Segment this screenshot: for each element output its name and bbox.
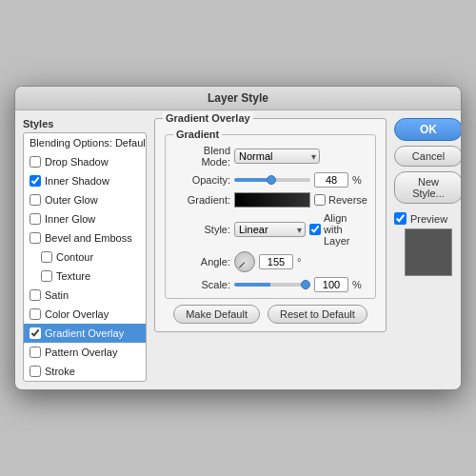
scale-slider[interactable]: [234, 283, 310, 287]
scale-label: Scale:: [173, 279, 230, 290]
angle-row: Angle: °: [173, 251, 367, 272]
sidebar-item-gradient-overlay[interactable]: Gradient Overlay: [24, 324, 146, 343]
gradient-overlay-label: Gradient Overlay: [45, 327, 124, 339]
sidebar-item-outer-glow[interactable]: Outer Glow: [24, 190, 146, 209]
outer-glow-checkbox[interactable]: [30, 194, 41, 206]
reverse-checkbox[interactable]: [314, 194, 326, 206]
sidebar-item-texture[interactable]: Texture: [24, 267, 146, 286]
opacity-input[interactable]: [314, 172, 348, 188]
sidebar-item-inner-glow[interactable]: Inner Glow: [24, 209, 146, 228]
style-label: Style:: [173, 224, 230, 235]
make-default-button[interactable]: Make Default: [173, 305, 260, 324]
gradient-overlay-section: Gradient Overlay Gradient Blend Mode: No…: [154, 118, 387, 332]
angle-dial[interactable]: [234, 251, 255, 272]
preview-checkbox[interactable]: [394, 212, 407, 225]
sidebar-item-stroke[interactable]: Stroke: [24, 362, 146, 381]
preview-box: [405, 228, 452, 276]
satin-checkbox[interactable]: [30, 289, 41, 301]
style-row: Style: Linear Radial Angle Align with La…: [173, 212, 367, 247]
styles-list: Blending Options: Default Drop Shadow In…: [23, 132, 147, 382]
main-content: Gradient Overlay Gradient Blend Mode: No…: [154, 118, 387, 382]
inner-glow-label: Inner Glow: [45, 213, 95, 225]
sidebar-item-color-overlay[interactable]: Color Overlay: [24, 305, 146, 324]
align-with-layer-checkbox[interactable]: [309, 224, 321, 235]
contour-checkbox[interactable]: [41, 251, 52, 263]
inner-shadow-checkbox[interactable]: [30, 175, 41, 187]
stroke-label: Stroke: [45, 366, 75, 377]
color-overlay-checkbox[interactable]: [30, 308, 41, 320]
gradient-subsection: Gradient Blend Mode: Normal Multiply Scr…: [165, 134, 376, 299]
texture-label: Texture: [56, 270, 90, 282]
preview-label-row: Preview: [394, 212, 462, 225]
sidebar-item-inner-shadow[interactable]: Inner Shadow: [24, 171, 146, 190]
angle-input[interactable]: [259, 254, 293, 269]
bottom-buttons: Make Default Reset to Default: [165, 305, 376, 324]
opacity-unit: %: [352, 174, 362, 186]
opacity-row: Opacity: %: [173, 172, 367, 188]
gradient-overlay-checkbox[interactable]: [30, 327, 41, 339]
scale-input[interactable]: [314, 277, 348, 292]
pattern-overlay-label: Pattern Overlay: [45, 347, 117, 358]
satin-label: Satin: [45, 289, 69, 301]
blend-mode-select-wrapper: Normal Multiply Screen Overlay: [234, 149, 320, 164]
blend-mode-label: Blend Mode:: [173, 145, 230, 168]
ok-button[interactable]: OK: [394, 118, 462, 141]
reset-to-default-button[interactable]: Reset to Default: [268, 305, 367, 324]
inner-shadow-label: Inner Shadow: [45, 175, 109, 187]
sidebar-item-blending-options[interactable]: Blending Options: Default: [24, 133, 146, 152]
drop-shadow-checkbox[interactable]: [30, 156, 41, 168]
drop-shadow-label: Drop Shadow: [45, 156, 109, 168]
sidebar-item-bevel-emboss[interactable]: Bevel and Emboss: [24, 228, 146, 248]
bevel-emboss-label: Bevel and Emboss: [45, 232, 132, 244]
outer-glow-label: Outer Glow: [45, 194, 98, 206]
pattern-overlay-checkbox[interactable]: [30, 347, 41, 358]
right-buttons-panel: OK Cancel New Style... Preview: [394, 118, 462, 382]
sidebar-item-satin[interactable]: Satin: [24, 286, 146, 305]
reverse-label: Reverse: [328, 194, 367, 206]
new-style-button[interactable]: New Style...: [394, 171, 462, 204]
subsection-title: Gradient: [173, 129, 222, 140]
align-with-layer-label: Align with Layer: [309, 212, 367, 247]
inner-glow-checkbox[interactable]: [30, 213, 41, 225]
section-title: Gradient Overlay: [163, 112, 253, 124]
gradient-preview[interactable]: [234, 192, 310, 208]
preview-text: Preview: [410, 213, 447, 225]
stroke-checkbox[interactable]: [30, 366, 41, 377]
sidebar-item-contour[interactable]: Contour: [24, 248, 146, 267]
angle-unit: °: [297, 256, 301, 268]
dialog-title: Layer Style: [15, 87, 461, 110]
scale-row: Scale: %: [173, 277, 367, 292]
sidebar-item-pattern-overlay[interactable]: Pattern Overlay: [24, 343, 146, 362]
style-select[interactable]: Linear Radial Angle: [234, 222, 306, 237]
blend-mode-select[interactable]: Normal Multiply Screen Overlay: [234, 149, 320, 164]
bevel-emboss-checkbox[interactable]: [30, 232, 41, 244]
blending-options-label: Blending Options: Default: [30, 137, 147, 149]
cancel-button[interactable]: Cancel: [394, 146, 462, 167]
opacity-slider[interactable]: [234, 178, 310, 182]
preview-section: Preview: [394, 212, 462, 276]
layer-style-dialog: Layer Style Styles Blending Options: Def…: [14, 86, 462, 390]
gradient-label: Gradient:: [173, 194, 230, 206]
contour-label: Contour: [56, 251, 93, 263]
blend-mode-row: Blend Mode: Normal Multiply Screen Overl…: [173, 145, 367, 168]
scale-unit: %: [352, 279, 362, 290]
style-select-wrapper: Linear Radial Angle: [234, 222, 306, 237]
texture-checkbox[interactable]: [41, 270, 52, 282]
align-with-layer-text: Align with Layer: [324, 212, 367, 247]
gradient-row: Gradient: Reverse: [173, 192, 367, 208]
sidebar-item-drop-shadow[interactable]: Drop Shadow: [24, 152, 146, 171]
styles-panel-title: Styles: [23, 118, 147, 129]
color-overlay-label: Color Overlay: [45, 308, 109, 320]
styles-panel: Styles Blending Options: Default Drop Sh…: [23, 118, 147, 382]
angle-label: Angle:: [173, 256, 230, 268]
opacity-label: Opacity:: [173, 174, 230, 186]
reverse-checkbox-label: Reverse: [314, 194, 367, 206]
